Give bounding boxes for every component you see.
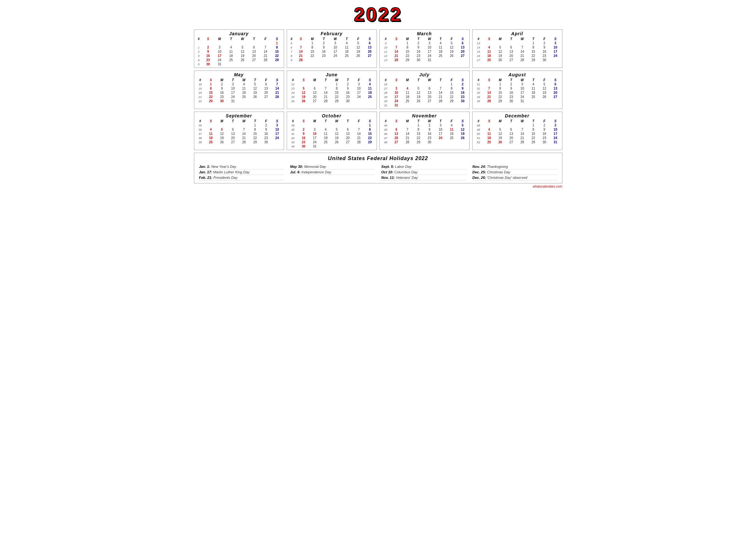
day-cell: 12 [495,132,505,136]
week-num: 2 [195,49,202,54]
col-header-t-3: T [506,119,517,123]
col-header-s-7: S [550,119,561,123]
col-header-w-4: W [517,119,528,123]
day-cell: 17 [309,136,320,140]
week-num: 28 [381,91,391,95]
day-cell: 1 [331,82,342,86]
cal-table: #SMTWTFS35123364567891037111213141516173… [195,119,283,144]
day-cell [506,123,517,127]
week-num: 4 [195,58,202,62]
day-cell: 28 [517,140,528,144]
month-title: June [288,72,376,77]
col-header-f-6: F [446,37,457,41]
day-cell: 29 [528,58,539,62]
day-cell: 31 [228,99,238,103]
day-cell: 15 [364,132,375,136]
day-cell [320,144,331,149]
day-cell [259,41,271,45]
holiday-item: Jan. 1: New Year's Day [199,164,284,169]
day-cell: 19 [539,91,550,95]
day-cell [331,123,342,127]
day-cell: 8 [331,86,342,91]
day-cell: 22 [331,95,342,99]
day-cell: 3 [329,41,341,45]
week-num: 33 [473,91,484,95]
col-header-w-4: W [238,78,250,82]
day-cell: 18 [446,132,457,136]
col-header-f-6: F [352,37,364,41]
day-cell [342,144,353,149]
day-cell: 29 [413,140,424,144]
col-header-m-2: M [307,37,318,41]
day-cell [228,123,238,127]
day-cell [424,82,435,86]
day-cell: 8 [271,45,283,49]
day-cell: 5 [495,127,505,132]
holiday-col-0: Jan. 1: New Year's DayJan. 17: Martin Lu… [199,164,284,181]
day-cell: 10 [424,45,435,49]
week-num: 18 [195,82,205,86]
day-cell: 27 [342,140,353,144]
day-cell: 22 [528,136,539,140]
day-cell: 23 [424,136,435,140]
day-cell: 10 [550,127,561,132]
holiday-date: Feb. 21: [199,176,214,180]
week-num: 52 [473,140,484,144]
day-cell: 7 [391,45,402,49]
col-header-#-0: # [195,119,205,123]
day-cell: 15 [528,49,539,54]
day-cell: 31 [424,58,435,62]
day-cell: 15 [495,91,505,95]
week-num: 31 [473,82,484,86]
day-cell [391,41,402,45]
day-cell: 27 [228,140,238,144]
day-cell: 14 [238,132,250,136]
day-cell: 19 [250,91,260,95]
day-cell: 21 [435,95,446,99]
col-header-#-0: # [288,119,298,123]
week-num: 14 [473,45,484,49]
week-num: 42 [288,136,298,140]
day-cell: 1 [528,123,539,127]
day-cell: 29 [331,99,342,103]
day-cell [435,103,446,107]
week-num: 21 [195,95,205,99]
week-num: 50 [473,132,484,136]
day-cell: 28 [402,140,413,144]
day-cell: 10 [309,132,320,136]
day-cell: 30 [506,99,517,103]
col-header-s-1: S [483,119,495,123]
day-cell: 16 [539,49,550,54]
week-num: 43 [288,140,298,144]
day-cell: 20 [260,91,272,95]
cal-table: #SMTWTFS91234561078910111213111415161718… [381,37,468,62]
day-cell: 29 [446,99,457,103]
day-cell: 23 [342,95,353,99]
day-cell: 2 [413,41,424,45]
day-cell [517,41,528,45]
day-cell [402,103,413,107]
day-cell: 6 [309,86,320,91]
day-cell: 13 [506,132,517,136]
week-num: 10 [381,45,391,49]
day-cell: 9 [260,127,272,132]
col-header-t-5: T [528,37,539,41]
col-header-#-0: # [473,119,484,123]
day-cell: 16 [342,91,353,95]
day-cell [329,58,341,62]
col-header-w-4: W [517,37,528,41]
day-cell: 18 [483,136,495,140]
col-header-t-3: T [413,37,424,41]
day-cell: 25 [528,95,539,99]
day-cell: 12 [495,49,505,54]
day-cell: 24 [309,140,320,144]
day-cell: 11 [225,49,237,54]
day-cell: 8 [307,45,318,49]
day-cell: 25 [446,136,457,140]
day-cell: 3 [214,45,225,49]
day-cell: 19 [446,49,457,54]
day-cell: 15 [307,49,318,54]
col-header-s-7: S [272,119,283,123]
day-cell: 23 [202,58,214,62]
day-cell: 2 [539,41,550,45]
